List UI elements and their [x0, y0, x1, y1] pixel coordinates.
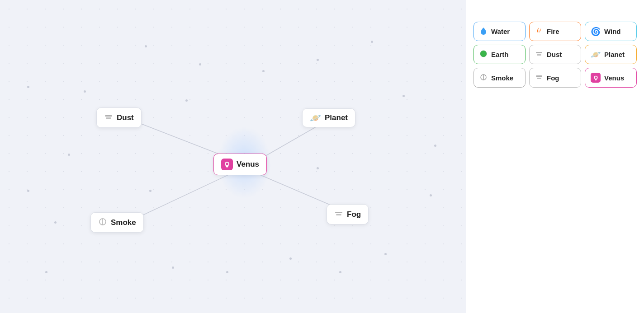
sidebar-item-wind[interactable]: 🌀Wind — [585, 22, 637, 41]
svg-rect-4 — [105, 115, 112, 117]
sidebar-earth-label: Earth — [491, 51, 508, 58]
scatter-dot — [172, 266, 174, 269]
sidebar-grid: WaterFire🌀WindEarthDust🪐PlanetSmokeFogVe… — [474, 22, 637, 88]
sidebar-fire-label: Fire — [547, 28, 559, 35]
planet-label: Planet — [325, 113, 348, 122]
sidebar-item-venus[interactable]: Venus — [585, 68, 637, 88]
scatter-dot — [149, 190, 152, 192]
scatter-dot — [384, 253, 387, 255]
sidebar-dust-label: Dust — [547, 51, 562, 58]
sidebar-item-smoke[interactable]: Smoke — [474, 68, 526, 88]
sidebar-fog-emoji — [535, 73, 543, 83]
scatter-dot — [339, 271, 341, 273]
scatter-dot — [68, 154, 70, 156]
sidebar-water-label: Water — [491, 28, 510, 35]
sidebar-fire-emoji — [535, 27, 543, 36]
svg-rect-12 — [336, 214, 341, 215]
sidebar-smoke-emoji — [479, 73, 488, 83]
scatter-dot — [262, 70, 265, 72]
canvas-element-planet[interactable]: 🪐Planet — [302, 108, 355, 127]
sidebar-wind-emoji: 🌀 — [591, 28, 601, 36]
sidebar-item-water[interactable]: Water — [474, 22, 526, 41]
scatter-dot — [199, 63, 201, 65]
sidebar-dust-emoji — [535, 50, 543, 59]
scatter-dot — [145, 45, 147, 47]
svg-rect-20 — [537, 78, 541, 79]
scatter-dot — [185, 99, 188, 102]
planet-emoji: 🪐 — [310, 113, 321, 122]
scatter-dot — [434, 145, 436, 147]
svg-rect-5 — [106, 117, 111, 119]
sidebar-item-earth[interactable]: Earth — [474, 45, 526, 64]
scatter-dot — [54, 221, 57, 224]
canvas-element-fog[interactable]: Fog — [327, 204, 369, 224]
canvas-element-venus[interactable]: Venus — [213, 154, 267, 175]
svg-point-6 — [225, 162, 229, 166]
scatter-dot — [371, 41, 373, 43]
venus-label: Venus — [237, 160, 259, 169]
sidebar-wind-label: Wind — [604, 28, 621, 35]
venus-emoji — [221, 159, 233, 170]
sidebar: WaterFire🌀WindEarthDust🪐PlanetSmokeFogVe… — [466, 0, 644, 313]
dust-emoji — [104, 112, 113, 123]
sidebar-venus-label: Venus — [604, 74, 624, 82]
scatter-dot — [402, 95, 405, 97]
svg-rect-16 — [537, 54, 541, 56]
dust-label: Dust — [117, 113, 134, 122]
scatter-dot — [27, 190, 29, 192]
craft-title — [474, 7, 637, 13]
sidebar-fog-label: Fog — [547, 74, 559, 82]
canvas-element-smoke[interactable]: Smoke — [90, 212, 144, 233]
scatter-dot — [289, 257, 292, 260]
sidebar-water-emoji — [479, 27, 488, 36]
fog-label: Fog — [347, 210, 361, 219]
svg-rect-19 — [536, 75, 542, 77]
sidebar-item-planet[interactable]: 🪐Planet — [585, 45, 637, 64]
svg-point-21 — [594, 76, 597, 79]
sidebar-item-fire[interactable]: Fire — [529, 22, 581, 41]
sidebar-planet-emoji: 🪐 — [591, 51, 601, 59]
smoke-label: Smoke — [111, 218, 136, 227]
sidebar-earth-emoji — [479, 50, 488, 59]
scatter-dot — [317, 59, 319, 61]
scatter-dot — [317, 167, 319, 169]
sidebar-item-fog[interactable]: Fog — [529, 68, 581, 88]
scatter-dot — [84, 90, 86, 93]
canvas-element-dust[interactable]: Dust — [96, 107, 142, 128]
craft-canvas[interactable]: Dust🪐PlanetVenusSmokeFog — [0, 0, 466, 313]
smoke-emoji — [98, 217, 107, 228]
scatter-dot — [45, 271, 47, 273]
sidebar-venus-emoji — [591, 73, 601, 83]
sidebar-item-dust[interactable]: Dust — [529, 45, 581, 64]
sidebar-smoke-label: Smoke — [491, 74, 513, 82]
scatter-dot — [226, 271, 228, 273]
svg-rect-11 — [335, 212, 342, 213]
sidebar-planet-label: Planet — [604, 51, 625, 58]
scatter-dot — [27, 86, 29, 88]
fog-emoji — [334, 209, 343, 220]
scatter-dot — [430, 194, 432, 196]
svg-rect-15 — [536, 52, 542, 53]
